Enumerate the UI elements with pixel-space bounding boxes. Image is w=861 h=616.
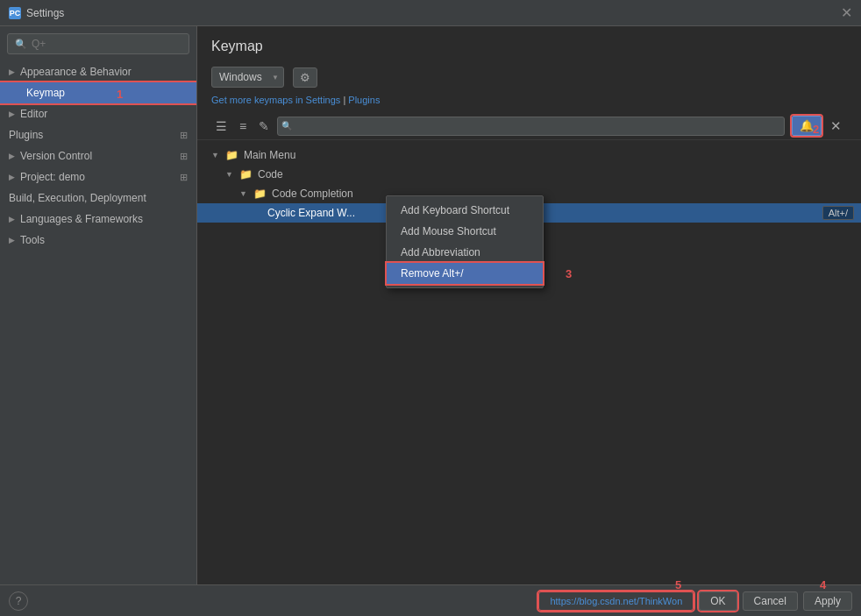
badge-2: 2 — [813, 123, 819, 136]
chevron-icon: ▶ — [9, 110, 15, 118]
search-wrapper — [277, 117, 785, 136]
sidebar-item-label: Plugins — [9, 129, 43, 141]
tree-label: Code Completion — [272, 188, 854, 200]
bottom-actions: https://blog.csdn.net/ThinkWon OK Cancel… — [538, 591, 852, 611]
gear-button[interactable]: ⚙ — [293, 67, 317, 88]
context-menu: Add Keyboard Shortcut Add Mouse Shortcut… — [386, 195, 544, 288]
title-bar: PC Settings ✕ — [0, 0, 861, 26]
sidebar-item-label: Tools — [20, 234, 45, 246]
bottom-bar: ? https://blog.csdn.net/ThinkWon OK Canc… — [0, 584, 861, 616]
edit-shortcut-button[interactable]: ✎ — [254, 117, 274, 135]
plugins-icon: ⊞ — [180, 130, 188, 141]
help-button[interactable]: ? — [9, 591, 28, 611]
sidebar: 🔍 ▶ Appearance & Behavior Keymap ▶ Edito… — [0, 26, 197, 584]
content-area: Keymap Windows ⚙ Get more keymaps in Set… — [197, 26, 861, 584]
chevron-icon: ▶ — [9, 152, 15, 160]
page-title: Keymap — [211, 39, 847, 54]
content-header: Keymap — [197, 26, 861, 61]
tree-row[interactable]: ▼ 📁 Main Menu — [197, 145, 861, 165]
folder-icon: 📁 — [225, 149, 238, 161]
tree-search-input[interactable] — [277, 117, 785, 136]
sidebar-item-vcs[interactable]: ▶ Version Control ⊞ — [0, 145, 196, 166]
expander-icon: ▼ — [225, 170, 236, 179]
keymap-toolbar: Windows ⚙ — [197, 61, 861, 93]
keymap-link-row: Get more keymaps in Settings | Plugins — [197, 93, 861, 112]
sidebar-search-input[interactable] — [32, 38, 181, 50]
vcs-icon: ⊞ — [180, 151, 188, 162]
keymap-select-wrapper[interactable]: Windows — [211, 67, 284, 88]
sidebar-item-appearance[interactable]: ▶ Appearance & Behavior — [0, 61, 196, 82]
sidebar-item-languages[interactable]: ▶ Languages & Frameworks — [0, 209, 196, 230]
chevron-icon: ▶ — [9, 215, 15, 223]
apply-button[interactable]: Apply — [803, 591, 852, 611]
chevron-icon: ▶ — [9, 173, 15, 181]
sidebar-item-tools[interactable]: ▶ Tools — [0, 230, 196, 251]
sidebar-item-build[interactable]: Build, Execution, Deployment — [0, 188, 196, 209]
sidebar-item-label: Version Control — [20, 150, 92, 162]
cancel-button[interactable]: Cancel — [743, 591, 798, 611]
chevron-icon: ▶ — [9, 67, 15, 76]
badge-4: 4 — [820, 578, 826, 591]
sidebar-item-plugins[interactable]: Plugins ⊞ — [0, 124, 196, 145]
window-title: Settings — [26, 7, 64, 19]
title-bar-left: PC Settings — [9, 7, 64, 19]
settings-link[interactable]: Get more keymaps in Settings — [211, 95, 340, 105]
sidebar-item-keymap[interactable]: Keymap — [0, 82, 196, 103]
chevron-icon: ▶ — [9, 236, 15, 244]
sidebar-item-project[interactable]: ▶ Project: demo ⊞ — [0, 166, 196, 188]
main-layout: 🔍 ▶ Appearance & Behavior Keymap ▶ Edito… — [0, 26, 861, 584]
badge-5: 5 — [675, 578, 681, 591]
folder-icon: 📁 — [239, 168, 253, 181]
tree-row[interactable]: ▼ 📁 Code — [197, 165, 861, 184]
tree-toolbar: ☰ ≡ ✎ 🔔 ✕ — [197, 112, 861, 140]
close-button[interactable]: ✕ — [841, 6, 852, 20]
project-icon: ⊞ — [180, 172, 188, 183]
shortcut-badge: Alt+/ — [822, 206, 854, 220]
context-add-mouse[interactable]: Add Mouse Shortcut — [387, 221, 543, 242]
tree-search-area — [277, 117, 785, 136]
sidebar-item-label: Languages & Frameworks — [20, 213, 143, 225]
folder-icon: 📁 — [253, 188, 267, 200]
expand-all-button[interactable]: ☰ — [211, 117, 231, 135]
expander-icon: ▼ — [239, 189, 250, 198]
expander-icon: ▼ — [211, 151, 222, 159]
collapse-all-button[interactable]: ≡ — [235, 117, 251, 135]
keymap-select[interactable]: Windows — [211, 67, 284, 88]
badge-3: 3 — [566, 267, 572, 280]
sidebar-item-label: Build, Execution, Deployment — [9, 192, 146, 204]
close-search-button[interactable]: ✕ — [825, 117, 847, 136]
url-display: https://blog.csdn.net/ThinkWon — [538, 591, 694, 611]
tree-label: Code — [258, 168, 854, 181]
pipe-separator: | — [343, 95, 345, 105]
sidebar-item-label: Keymap — [26, 87, 65, 99]
app-icon: PC — [9, 7, 21, 19]
tree-label: Main Menu — [244, 149, 854, 161]
context-add-abbrev[interactable]: Add Abbreviation — [387, 242, 543, 263]
sidebar-item-label: Appearance & Behavior — [20, 66, 132, 78]
search-icon: 🔍 — [15, 39, 27, 50]
ok-button[interactable]: OK — [699, 591, 736, 611]
context-add-keyboard[interactable]: Add Keyboard Shortcut — [387, 200, 543, 221]
sidebar-item-label: Project: demo — [20, 171, 85, 183]
badge-1: 1 — [117, 88, 123, 101]
sidebar-item-label: Editor — [20, 108, 47, 120]
sidebar-search[interactable]: 🔍 — [7, 33, 189, 54]
context-remove-alt[interactable]: Remove Alt+/ — [387, 263, 543, 284]
sidebar-item-editor[interactable]: ▶ Editor — [0, 103, 196, 124]
plugins-link[interactable]: Plugins — [348, 95, 380, 105]
